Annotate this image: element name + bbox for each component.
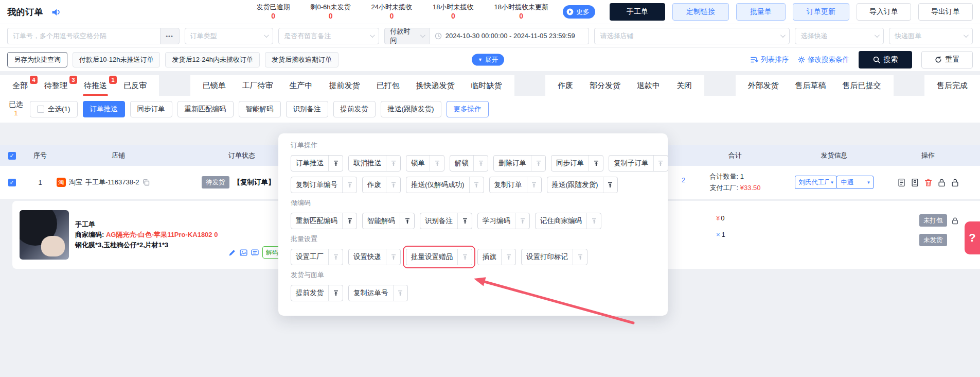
select-all-checkbox[interactable] (37, 106, 44, 113)
factory-select[interactable]: 刘氏代工厂 ▼ (795, 176, 838, 189)
pin-icon[interactable] (458, 218, 472, 224)
import-orders-button[interactable]: 导入订单 (857, 3, 911, 21)
pin-icon[interactable] (386, 160, 400, 166)
document-icon[interactable] (897, 178, 906, 187)
dropdown-action-button[interactable]: 推送(仅解码成功) (406, 177, 484, 193)
dropdown-action-button[interactable]: 设置快递 (348, 249, 401, 265)
batch-action-button[interactable]: 重新匹配编码 (177, 101, 234, 117)
pin-icon[interactable] (458, 254, 472, 260)
more-stats-button[interactable]: 更多 (563, 5, 595, 19)
push-orders-button[interactable]: 订单推送 (83, 101, 125, 117)
has-message-select[interactable]: 是否有留言备注 (278, 28, 379, 44)
save-quick-search-button[interactable]: 另存为快捷查询 (7, 52, 67, 67)
status-tab[interactable]: 待推送 1 (76, 75, 115, 96)
dropdown-action-button[interactable]: 复制订单 (489, 177, 542, 193)
lock-small-icon[interactable] (951, 217, 959, 225)
pin-icon[interactable] (527, 182, 541, 188)
stat-item[interactable]: 发货已逾期 0 (257, 3, 290, 21)
dropdown-action-button[interactable]: 提前发货 (291, 285, 343, 301)
pin-icon[interactable] (394, 290, 407, 296)
modify-search-link[interactable]: 修改搜索条件 (798, 55, 849, 64)
batch-order-button[interactable]: 批量单 (736, 3, 786, 21)
help-button[interactable]: ? (965, 221, 980, 254)
pin-icon[interactable] (573, 254, 587, 260)
status-tab[interactable]: 换快递发货 (408, 75, 463, 96)
shop-select[interactable]: 请选择店铺 (594, 28, 790, 44)
order-number[interactable]: 手工单-1163738-2 (85, 178, 139, 187)
status-tab[interactable]: 部分发货 (581, 75, 629, 96)
status-tab[interactable]: 生产中 (281, 75, 321, 96)
product-image[interactable] (20, 210, 69, 260)
status-tab[interactable]: 已锁单 (194, 75, 234, 96)
unlock-icon[interactable] (951, 178, 959, 187)
delete-icon[interactable] (924, 178, 933, 187)
dropdown-action-button[interactable]: 解锁 (450, 155, 488, 172)
announcement-speaker-icon[interactable] (51, 8, 61, 16)
date-range-picker[interactable]: 2024-10-30 00:00:00 - 2024-11-05 23:59:5… (430, 28, 590, 44)
pin-icon[interactable] (343, 182, 357, 188)
status-tab[interactable]: 全部 4 (4, 75, 36, 96)
express-select[interactable]: 选择快递 (795, 28, 884, 44)
batch-action-button[interactable]: 识别备注 (286, 101, 328, 117)
message-icon[interactable] (251, 249, 259, 256)
status-tab[interactable]: 关闭 (668, 75, 700, 96)
pay-time-select[interactable]: 付款时间 (384, 28, 429, 44)
stat-item[interactable]: 18小时未揽收 0 (433, 3, 473, 21)
dropdown-action-button[interactable]: 推送(跟随发货) (547, 177, 618, 193)
dropdown-action-button[interactable]: 删除订单 (493, 155, 546, 172)
dropdown-action-button[interactable]: 设置打印标记 (521, 249, 587, 265)
pin-icon[interactable] (400, 218, 414, 224)
search-button[interactable]: 搜索 (859, 51, 912, 68)
dropdown-action-button[interactable]: 记住商家编码 (535, 213, 601, 229)
select-all-button[interactable]: 全选(1) (30, 101, 78, 117)
pin-icon[interactable] (515, 218, 529, 224)
export-orders-button[interactable]: 导出订单 (918, 3, 973, 21)
dropdown-action-button[interactable]: 复制子订单 (609, 155, 668, 172)
batch-action-button[interactable]: 提前发货 (333, 101, 376, 117)
edit-icon[interactable] (228, 249, 236, 256)
dropdown-action-button[interactable]: 学习编码 (477, 213, 530, 229)
list-sort-link[interactable]: 列表排序 (751, 55, 789, 64)
copy-icon[interactable] (142, 179, 150, 186)
pin-icon[interactable] (386, 254, 400, 260)
waybill-select[interactable]: 快递面单 (889, 28, 973, 44)
dropdown-action-button[interactable]: 复制订单编号 (291, 177, 357, 193)
dropdown-action-button[interactable]: 识别备注 (420, 213, 472, 229)
dropdown-action-button[interactable]: 锁单 (406, 155, 444, 172)
reset-button[interactable]: 重置 (921, 51, 973, 68)
order-update-button[interactable]: 订单更新 (793, 3, 849, 21)
expand-filters-button[interactable]: ▼ 展开 (472, 54, 504, 65)
custom-link-button[interactable]: 定制链接 (672, 3, 729, 21)
dropdown-action-button[interactable]: 设置工厂 (291, 249, 343, 265)
pin-icon[interactable] (329, 254, 343, 260)
status-tab[interactable]: 待整理 3 (36, 75, 76, 96)
document-clip-icon[interactable] (911, 178, 919, 187)
express-company-select[interactable]: 中通 ▼ (836, 176, 874, 189)
header-checkbox[interactable]: ✓ (8, 152, 16, 160)
pin-icon[interactable] (470, 182, 484, 188)
dropdown-action-button[interactable]: 批量设置赠品 (406, 249, 472, 265)
dropdown-action-button[interactable]: 复制运单号 (348, 285, 408, 301)
pin-icon[interactable] (430, 160, 444, 166)
pin-icon[interactable] (587, 218, 601, 224)
status-tab[interactable]: 已打包 (368, 75, 408, 96)
stat-item[interactable]: 18小时揽收未更新 0 (494, 3, 548, 21)
dropdown-action-button[interactable]: 插旗 (477, 249, 516, 265)
batch-action-button[interactable]: 同步订单 (130, 101, 172, 117)
pin-icon[interactable] (329, 290, 343, 296)
stat-item[interactable]: 24小时未揽收 0 (371, 3, 412, 21)
pin-icon[interactable] (386, 182, 400, 188)
quick-filter-chip[interactable]: 发货后12-24h内未揽收订单 (165, 52, 259, 67)
pin-icon[interactable] (502, 254, 515, 260)
dropdown-action-button[interactable]: 订单推送 (291, 155, 343, 172)
covered-link-fragment[interactable]: 2 (682, 176, 685, 184)
order-no-input[interactable] (7, 28, 160, 44)
status-tab[interactable]: 已反审 (115, 75, 155, 96)
status-tab[interactable]: 售后已提交 (834, 75, 889, 96)
status-tab[interactable]: 提前发货 (321, 75, 368, 96)
row-checkbox[interactable]: ✓ (8, 179, 16, 186)
dropdown-action-button[interactable]: 重新匹配编码 (291, 213, 357, 229)
status-tab[interactable]: 外部发货 (740, 75, 787, 96)
pin-icon[interactable] (654, 160, 668, 166)
status-tab[interactable]: 退款中 (629, 75, 668, 96)
